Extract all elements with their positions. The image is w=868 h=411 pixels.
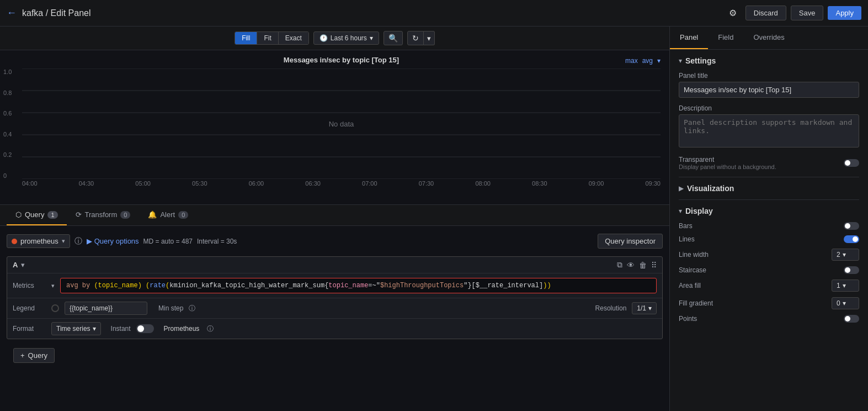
alert-tab-icon: 🔔 (148, 210, 157, 219)
area-fill-value: 1 (837, 282, 840, 289)
prometheus-info-icon[interactable]: ⓘ (207, 324, 214, 334)
query-options-button[interactable]: ▶ Query options (87, 237, 139, 245)
code-metric-name: kminion_kafka_topic_high_water_mark_sum (169, 282, 324, 289)
tab-overrides[interactable]: Overrides (743, 27, 794, 49)
lines-toggle[interactable] (844, 235, 859, 243)
transparent-toggle-thumb (845, 160, 850, 166)
tab-alert[interactable]: 🔔 Alert 0 (139, 205, 197, 225)
fill-fit-exact-group: Fill Fit Exact (235, 31, 309, 45)
fill-button[interactable]: Fill (235, 32, 257, 44)
format-row: Format Time series ▾ Instant Prometheus … (7, 319, 662, 339)
code-interval: [$__rate_interval] (472, 282, 544, 289)
settings-section-header[interactable]: ▾ Settings (679, 56, 859, 65)
lines-toggle-thumb (853, 236, 858, 242)
settings-section-title: Settings (685, 56, 716, 65)
legend-avg[interactable]: avg (642, 57, 653, 65)
x-axis: 04:00 04:30 05:00 05:30 06:00 06:30 07:0… (22, 180, 661, 187)
section-divider-2 (679, 199, 859, 200)
legend-row: Legend Min step ⓘ Resolution 1/1 ▾ (7, 298, 662, 319)
back-button[interactable]: ← (7, 7, 17, 19)
metrics-input[interactable]: avg by (topic_name) ( rate ( kminion_kaf… (60, 278, 657, 293)
code-brace-open: { (324, 282, 328, 289)
refresh-dropdown-button[interactable]: ▾ (424, 31, 435, 45)
add-query-plus-icon: + (20, 351, 25, 360)
instant-toggle[interactable] (136, 324, 154, 333)
datasource-selector[interactable]: prometheus ▾ (7, 234, 70, 248)
bars-toggle[interactable] (844, 222, 859, 230)
datasource-info-icon[interactable]: ⓘ (74, 236, 82, 246)
code-label-key: topic_name (328, 282, 368, 289)
right-panel: Panel Field Overrides ▾ Settings Panel t… (669, 27, 868, 411)
panel-title-input[interactable] (679, 82, 859, 98)
settings-chevron-icon: ▾ (679, 57, 682, 65)
clock-icon: 🕐 (319, 34, 328, 42)
display-chevron-icon: ▾ (679, 207, 682, 215)
tab-query[interactable]: ⬡ Query 1 (7, 205, 67, 225)
display-section-title: Display (685, 207, 713, 215)
visualization-section-header[interactable]: ▶ Visualization (679, 184, 859, 193)
collapse-icon[interactable]: ▾ (21, 261, 25, 269)
transparent-row: Transparent Display panel without a back… (679, 156, 859, 170)
line-width-select[interactable]: 2 ▾ (832, 249, 859, 261)
query-tab-badge: 1 (47, 211, 57, 219)
time-range-picker[interactable]: 🕐 Last 6 hours ▾ (313, 31, 379, 45)
legend-dropdown-icon[interactable]: ▾ (657, 57, 661, 65)
eye-icon[interactable]: 👁 (627, 261, 635, 270)
delete-query-icon[interactable]: 🗑 (639, 261, 647, 270)
resolution-label: Resolution (595, 304, 627, 312)
exact-button[interactable]: Exact (279, 32, 308, 44)
points-toggle[interactable] (844, 315, 859, 323)
legend-input[interactable] (65, 302, 147, 315)
format-select[interactable]: Time series ▾ (51, 322, 101, 335)
points-row: Points (679, 315, 859, 323)
area-fill-chevron-icon: ▾ (843, 282, 846, 289)
metrics-chevron-icon[interactable]: ▾ (51, 282, 55, 289)
query-block-actions: ⧉ 👁 🗑 ⠿ (617, 260, 657, 270)
settings-button[interactable]: ⚙ (725, 5, 741, 21)
drag-handle-icon[interactable]: ⠿ (651, 261, 657, 270)
resolution-value: 1/1 (637, 304, 646, 312)
fit-button[interactable]: Fit (257, 32, 278, 44)
resolution-select[interactable]: 1/1 ▾ (632, 302, 657, 314)
area-fill-row: Area fill 1 ▾ (679, 280, 859, 292)
code-paren-close: )) (543, 282, 551, 289)
fill-gradient-label: Fill gradient (679, 299, 713, 307)
metrics-row: Metrics ▾ avg by (topic_name) ( rate (7, 273, 662, 298)
line-width-value: 2 (837, 251, 840, 259)
legend-radio-button[interactable] (51, 304, 59, 312)
tab-transform[interactable]: ⟳ Transform 0 (67, 205, 140, 225)
discard-button[interactable]: Discard (745, 6, 786, 20)
code-label-value: $highThroughputTopics (380, 282, 464, 289)
apply-button[interactable]: Apply (828, 6, 861, 20)
zoom-out-button[interactable]: 🔍 (384, 31, 403, 45)
save-button[interactable]: Save (791, 6, 824, 20)
line-width-chevron-icon: ▾ (843, 251, 846, 259)
query-block-letter: A (13, 261, 18, 269)
top-bar-right: ⚙ Discard Save Apply (725, 5, 861, 21)
points-label: Points (679, 315, 697, 323)
alert-tab-badge: 0 (178, 211, 188, 219)
refresh-button[interactable]: ↻ (407, 31, 424, 45)
min-step-info-icon[interactable]: ⓘ (189, 304, 195, 313)
datasource-chevron-icon: ▾ (62, 238, 65, 245)
transform-tab-badge: 0 (120, 211, 130, 219)
tab-field[interactable]: Field (708, 27, 743, 49)
add-query-button[interactable]: + Query (13, 348, 55, 363)
panel-title-field: Panel title (679, 72, 859, 98)
prometheus-dot-icon (12, 239, 17, 244)
staircase-toggle[interactable] (844, 266, 859, 274)
transparent-toggle[interactable] (844, 159, 859, 167)
chevron-down-icon: ▾ (370, 34, 373, 42)
legend-max[interactable]: max (625, 57, 638, 65)
time-range-label: Last 6 hours (331, 34, 367, 42)
tab-panel[interactable]: Panel (670, 27, 708, 49)
query-options-label: Query options (94, 237, 139, 245)
transparent-label: Transparent (679, 156, 776, 164)
settings-content: ▾ Settings Panel title Description Trans… (670, 50, 868, 411)
display-section-header[interactable]: ▾ Display (679, 207, 859, 215)
query-inspector-button[interactable]: Query inspector (598, 234, 663, 249)
description-textarea[interactable] (679, 114, 859, 147)
area-fill-select[interactable]: 1 ▾ (832, 280, 859, 292)
fill-gradient-select[interactable]: 0 ▾ (832, 297, 859, 309)
copy-query-icon[interactable]: ⧉ (617, 260, 622, 270)
